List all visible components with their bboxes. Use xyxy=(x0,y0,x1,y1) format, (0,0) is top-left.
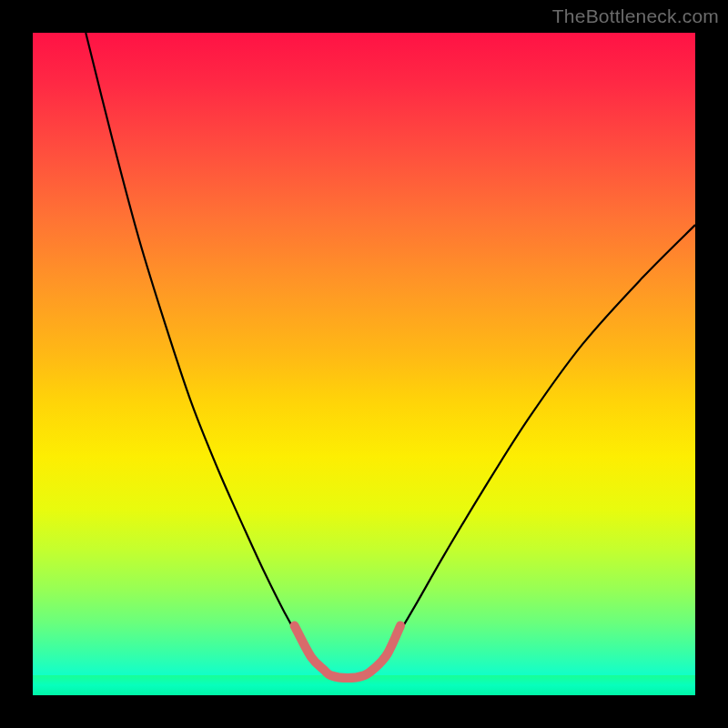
outer-frame: TheBottleneck.com xyxy=(0,0,728,728)
right-curve xyxy=(364,225,695,675)
watermark-text: TheBottleneck.com xyxy=(552,5,719,27)
curve-layer xyxy=(33,33,695,695)
plot-area xyxy=(33,33,695,695)
valley-highlight xyxy=(295,626,400,679)
left-curve xyxy=(86,33,330,675)
